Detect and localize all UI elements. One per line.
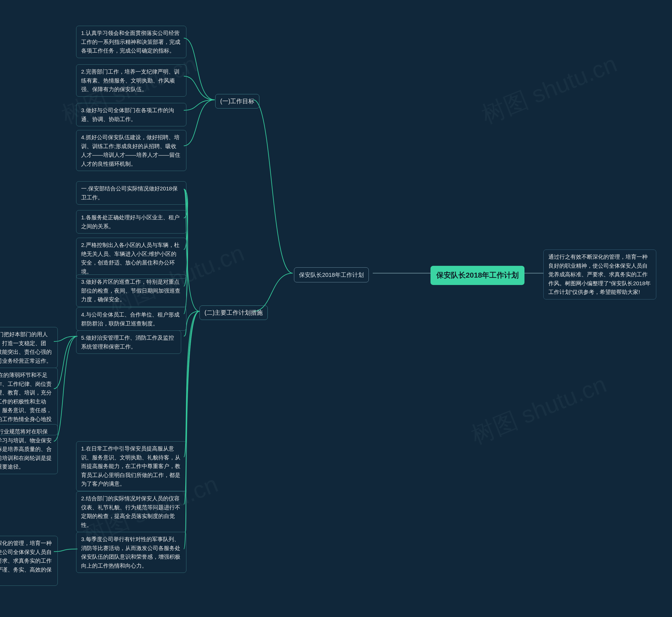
leaf-a1[interactable]: 1.认真学习领会和全面贯彻落实公司经营工作的一系列指示精神和决策部署，完成各项工… — [76, 26, 187, 58]
subroot-title: 保安队长2018年工作计划 — [299, 271, 364, 278]
leaf-b-i1-text: 一.保安部结合公司实际情况做好2018保卫工作。 — [81, 185, 178, 200]
leaf-a4[interactable]: 4.抓好公司保安队伍建设，做好招聘、培训、训练工作;形成良好的从招聘、吸收人才—… — [76, 130, 187, 171]
leaf-a3[interactable]: 3.做好与公司全体部门在各项工作的沟通、协调、协助工作。 — [76, 103, 187, 126]
leaf-b-i3-3[interactable]: 3.每季度公司举行有针对性的军事队列、消防等比赛活动，从而激发公司各服务处保安队… — [76, 532, 187, 573]
leaf-a3-text: 3.做好与公司全体部门在各项工作的沟通、协调、协助工作。 — [81, 107, 174, 122]
leaf-b-i3-text: 三.公司保安部参照行业规范将对在职保安员进行一系列的学习与培训。物业保安培训工作… — [0, 428, 52, 470]
leaf-b-i1-3-text: 3.做好各片区的巡查工作，特别是对重点部位的检查，夜间、节假日期间加强巡查力度，… — [81, 279, 180, 302]
leaf-b-i3-f[interactable]: 通过行之有效不断深化的管理，培育一种良好的职业精神，使公司全体保安人员自觉养成高… — [0, 536, 58, 586]
description-text: 通过行之有效不断深化的管理，培育一种良好的职业精神，使公司全体保安人员自觉养成高… — [548, 254, 651, 295]
leaf-a2-text: 2.完善部门工作，培养一支纪律严明、训练有素、热情服务、文明执勤、作风顽强、保障… — [81, 68, 180, 92]
leaf-b-i3-1[interactable]: 1.在日常工作中引导保安员提高服从意识、服务意识、文明执勤、礼貌待客，从而提高服… — [76, 441, 187, 491]
leaf-b-i1-1-text: 1.各服务处正确处理好与小区业主、租户之间的关系。 — [81, 214, 180, 229]
root-description: 通过行之有效不断深化的管理，培育一种良好的职业精神，使公司全体保安人员自觉养成高… — [544, 249, 656, 299]
section-a-title: (一)工作目标 — [220, 98, 254, 105]
leaf-b-i3-2[interactable]: 2.结合部门的实际情况对保安人员的仪容仪表、礼节礼貌、行为规范等问题进行不定期的… — [76, 491, 187, 532]
leaf-a2[interactable]: 2.完善部门工作，培养一支纪律严明、训练有素、热情服务、文明执勤、作风顽强、保障… — [76, 64, 187, 97]
leaf-b-i2x-text: 全面总结2017作存在的薄弱环节和不足之处，加强部门工作、工作纪律、岗位责任、岗… — [0, 372, 52, 431]
watermark: 树图 shutu.cn — [466, 368, 611, 451]
leaf-b-i1-3[interactable]: 3.做好各片区的巡查工作，特别是对重点部位的检查，夜间、节假日期间加强巡查力度，… — [76, 274, 187, 307]
section-a[interactable]: (一)工作目标 — [215, 94, 259, 109]
leaf-b-i5[interactable]: 5.做好治安管理工作、消防工作及监控系统管理和保密工作。 — [76, 331, 181, 354]
leaf-b-i2-text: 二.配合人力资源部门把好本部门的用人关，做好队伍建设，打造一支稳定、团结、素质高… — [0, 331, 52, 364]
mindmap-root[interactable]: 保安队长2018年工作计划 — [430, 266, 525, 285]
root-title: 保安队长2018年工作计划 — [436, 271, 519, 279]
section-b-title: (二)主要工作计划措施 — [205, 309, 263, 316]
leaf-b-i1[interactable]: 一.保安部结合公司实际情况做好2018保卫工作。 — [76, 181, 187, 205]
leaf-a1-text: 1.认真学习领会和全面贯彻落实公司经营工作的一系列指示精神和决策部署，完成各项工… — [81, 30, 180, 53]
leaf-b-i1-1[interactable]: 1.各服务处正确处理好与小区业主、租户之间的关系。 — [76, 210, 187, 233]
leaf-b-i2[interactable]: 二.配合人力资源部门把好本部门的用人关，做好队伍建设，打造一支稳定、团结、素质高… — [0, 327, 58, 368]
leaf-b-i3-2-text: 2.结合部门的实际情况对保安人员的仪容仪表、礼节礼貌、行为规范等问题进行不定期的… — [81, 495, 180, 528]
leaf-b-i3-f-text: 通过行之有效不断深化的管理，培育一种良好的职业精神，使公司全体保安人员自觉养成高… — [0, 540, 52, 581]
leaf-b-i1-4-text: 4.与公司全体员工、合作单位、租户形成群防群治，联防保卫巡查制度。 — [81, 312, 180, 327]
leaf-a4-text: 4.抓好公司保安队伍建设，做好招聘、培训、训练工作;形成良好的从招聘、吸收人才—… — [81, 134, 180, 167]
watermark: 树图 shutu.cn — [477, 48, 622, 131]
leaf-b-i3[interactable]: 三.公司保安部参照行业规范将对在职保安员进行一系列的学习与培训。物业保安培训工作… — [0, 424, 58, 474]
leaf-b-i3-3-text: 3.每季度公司举行有针对性的军事队列、消防等比赛活动，从而激发公司各服务处保安队… — [81, 536, 180, 569]
leaf-b-i1-2-text: 2.严格控制出入各小区的人员与车辆，杜绝无关人员、车辆进入小区;维护小区的安全，… — [81, 242, 180, 274]
section-b[interactable]: (二)主要工作计划措施 — [200, 305, 268, 320]
subroot-node[interactable]: 保安队长2018年工作计划 — [294, 267, 369, 282]
leaf-b-i5-text: 5.做好治安管理工作、消防工作及监控系统管理和保密工作。 — [81, 335, 174, 350]
leaf-b-i1-4[interactable]: 4.与公司全体员工、合作单位、租户形成群防群治，联防保卫巡查制度。 — [76, 307, 187, 331]
leaf-b-i3-1-text: 1.在日常工作中引导保安员提高服从意识、服务意识、文明执勤、礼貌待客，从而提高服… — [81, 445, 180, 487]
leaf-b-i1-2[interactable]: 2.严格控制出入各小区的人员与车辆，杜绝无关人员、车辆进入小区;维护小区的安全，… — [76, 238, 187, 279]
